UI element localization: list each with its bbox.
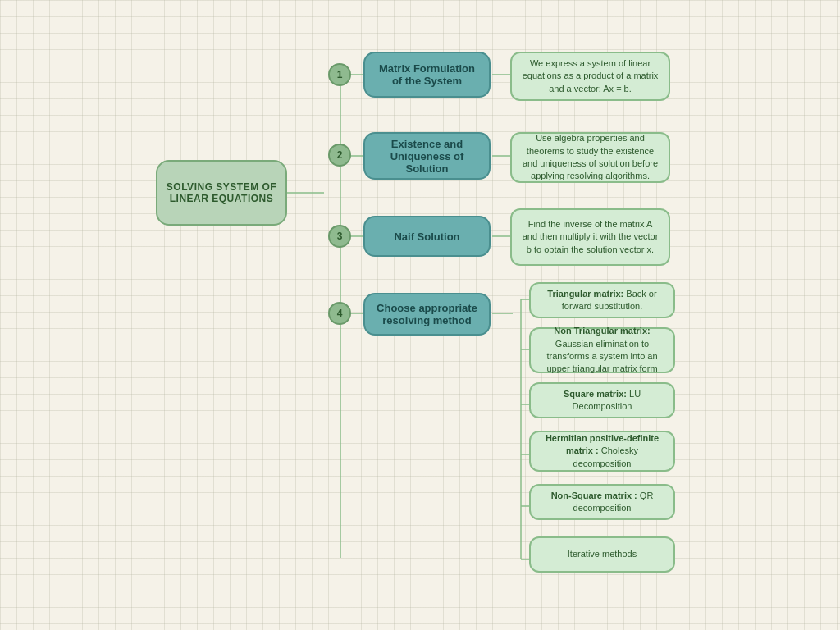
sub-item-4: Hermitian positive-definite matrix : Cho…: [529, 431, 675, 472]
step-4-node: Choose appropriate resolving method: [363, 293, 491, 336]
step-2-badge: 2: [328, 144, 351, 167]
diagram: SOLVING SYSTEM OF LINEAR EQUATIONS 1 Mat…: [0, 0, 840, 630]
step-4-badge: 4: [328, 302, 351, 325]
step-2-description: Use algebra properties and theorems to s…: [510, 132, 670, 183]
step-3-node: Naif Solution: [363, 216, 491, 257]
sub-item-6: Iterative methods: [529, 536, 675, 573]
step-1-badge: 1: [328, 63, 351, 86]
main-node: SOLVING SYSTEM OF LINEAR EQUATIONS: [156, 160, 287, 226]
sub-item-3: Square matrix: LU Decomposition: [529, 382, 675, 418]
step-2-node: Existence and Uniqueness of Solution: [363, 132, 491, 180]
sub-item-2: Non Triangular matrix: Gaussian eliminat…: [529, 327, 675, 373]
step-1-node: Matrix Formulation of the System: [363, 52, 491, 98]
sub-item-1: Triangular matrix: Back or forward subst…: [529, 282, 675, 318]
step-1-description: We express a system of linear equations …: [510, 52, 670, 101]
sub-item-5: Non-Square matrix : QR decomposition: [529, 484, 675, 520]
step-3-description: Find the inverse of the matrix A and the…: [510, 208, 670, 266]
step-3-badge: 3: [328, 225, 351, 248]
